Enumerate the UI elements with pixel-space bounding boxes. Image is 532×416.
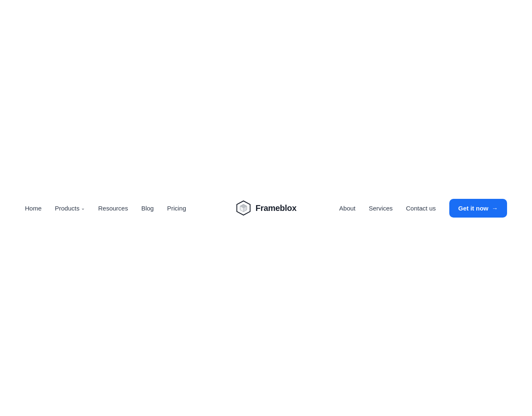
nav-blog[interactable]: Blog <box>141 205 154 212</box>
nav-resources[interactable]: Resources <box>98 205 128 212</box>
nav-left: Home Products ⌄ Resources Blog Pricing <box>25 205 186 212</box>
nav-products[interactable]: Products ⌄ <box>55 205 85 212</box>
nav-contact[interactable]: Contact us <box>406 205 436 212</box>
cta-label: Get it now <box>458 205 489 212</box>
logo-text: Frameblox <box>256 203 296 213</box>
nav-services[interactable]: Services <box>369 205 393 212</box>
frameblox-logo-icon <box>236 200 251 216</box>
nav-about[interactable]: About <box>339 205 355 212</box>
products-chevron-icon: ⌄ <box>81 206 85 211</box>
nav-pricing[interactable]: Pricing <box>167 205 186 212</box>
products-label: Products <box>55 205 79 212</box>
nav-home[interactable]: Home <box>25 205 42 212</box>
nav-logo[interactable]: Frameblox <box>236 200 296 216</box>
get-it-now-button[interactable]: Get it now → <box>449 199 507 218</box>
cta-arrow-icon: → <box>492 205 498 212</box>
navbar: Home Products ⌄ Resources Blog Pricing F… <box>17 199 515 218</box>
nav-right: About Services Contact us Get it now → <box>339 199 507 218</box>
